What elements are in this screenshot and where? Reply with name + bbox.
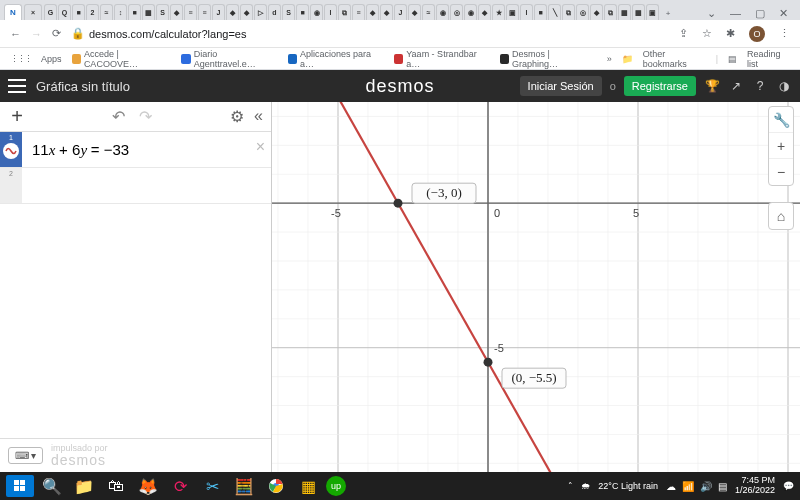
keyboard-toggle[interactable]: ⌨ ▾ <box>8 447 43 464</box>
window-close-icon[interactable]: ✕ <box>779 7 788 20</box>
expression-color-tab[interactable]: 1 <box>0 132 22 167</box>
task-upwork[interactable]: up <box>326 476 346 496</box>
browser-tab[interactable]: ▷ <box>254 4 267 20</box>
browser-tab[interactable]: ◆ <box>590 4 603 20</box>
browser-tab[interactable]: l <box>520 4 533 20</box>
browser-tab[interactable]: ▣ <box>646 4 659 20</box>
browser-tab[interactable]: ■ <box>72 4 85 20</box>
apps-grid-icon[interactable]: ⋮⋮⋮ <box>10 54 31 64</box>
accessibility-icon[interactable]: ◑ <box>776 78 792 94</box>
browser-tab[interactable]: ◉ <box>436 4 449 20</box>
tray-lang-icon[interactable]: ▤ <box>718 481 727 492</box>
task-screenshot[interactable]: ✂ <box>198 475 226 497</box>
home-icon[interactable]: ⌂ <box>769 203 793 229</box>
browser-tab[interactable]: ⧉ <box>338 4 351 20</box>
expression-input[interactable]: 11x + 6y = −33 <box>22 135 139 165</box>
tray-wifi-icon[interactable]: 📶 <box>682 481 694 492</box>
browser-tab[interactable]: ⧉ <box>562 4 575 20</box>
task-search[interactable]: 🔍 <box>38 475 66 497</box>
browser-tab[interactable]: ★ <box>492 4 505 20</box>
browser-tab[interactable]: ⧉ <box>604 4 617 20</box>
bookmark-star-icon[interactable]: ☆ <box>702 27 712 40</box>
browser-tab[interactable]: ◆ <box>226 4 239 20</box>
browser-tab[interactable]: J <box>394 4 407 20</box>
browser-tab[interactable]: S <box>156 4 169 20</box>
menu-icon[interactable] <box>8 79 26 93</box>
browser-tab[interactable]: × <box>24 4 42 20</box>
window-dropdown-icon[interactable]: ⌄ <box>707 7 716 20</box>
zoom-in-icon[interactable]: + <box>769 133 793 159</box>
task-app[interactable]: ⟳ <box>166 475 194 497</box>
browser-tab[interactable]: Q <box>58 4 71 20</box>
browser-tab[interactable]: ■ <box>128 4 141 20</box>
graph-title[interactable]: Gráfica sin título <box>36 79 130 94</box>
notifications-icon[interactable]: 💬 <box>783 481 794 491</box>
bookmark-item[interactable]: Yaam - Strandbar a… <box>394 49 488 69</box>
browser-tab[interactable]: ≈ <box>422 4 435 20</box>
browser-tab[interactable]: ◆ <box>380 4 393 20</box>
redo-icon[interactable]: ↷ <box>139 107 152 126</box>
browser-tab[interactable]: S <box>282 4 295 20</box>
trophy-icon[interactable]: 🏆 <box>704 78 720 94</box>
task-explorer[interactable]: 📁 <box>70 475 98 497</box>
weather-text[interactable]: 22°C Light rain <box>598 481 658 491</box>
browser-tab[interactable]: ◉ <box>310 4 323 20</box>
collapse-sidebar-icon[interactable]: « <box>254 107 263 126</box>
undo-icon[interactable]: ↶ <box>112 107 125 126</box>
browser-tab[interactable]: d <box>268 4 281 20</box>
nav-reload-icon[interactable]: ⟳ <box>52 27 61 40</box>
taskbar-chevron-icon[interactable]: ˄ <box>568 481 573 491</box>
other-bookmarks[interactable]: Other bookmarks <box>643 49 706 69</box>
browser-tab[interactable]: ≈ <box>100 4 113 20</box>
nav-back-icon[interactable]: ← <box>10 28 21 40</box>
register-button[interactable]: Registrarse <box>624 76 696 96</box>
expression-row[interactable]: 1 11x + 6y = −33 × <box>0 132 271 168</box>
task-chrome[interactable] <box>262 475 290 497</box>
browser-tab[interactable]: ↕ <box>114 4 127 20</box>
browser-tab[interactable]: l <box>324 4 337 20</box>
task-app2[interactable]: ▦ <box>294 475 322 497</box>
extension-icon[interactable]: ✱ <box>726 27 735 40</box>
browser-tab[interactable]: ◉ <box>464 4 477 20</box>
new-tab-button[interactable]: + <box>661 6 675 20</box>
share-graph-icon[interactable]: ↗ <box>728 78 744 94</box>
window-maximize-icon[interactable]: ▢ <box>755 7 765 20</box>
help-icon[interactable]: ? <box>752 78 768 94</box>
zoom-out-icon[interactable]: − <box>769 159 793 185</box>
browser-tab[interactable]: G <box>44 4 57 20</box>
reading-list[interactable]: Reading list <box>747 49 790 69</box>
browser-tab[interactable]: ▦ <box>142 4 155 20</box>
start-button[interactable] <box>6 475 34 497</box>
browser-tab-active[interactable]: N <box>4 4 22 20</box>
browser-tab[interactable]: ◆ <box>366 4 379 20</box>
tray-volume-icon[interactable]: 🔊 <box>700 481 712 492</box>
browser-tab[interactable]: ◆ <box>170 4 183 20</box>
browser-tab[interactable]: 2 <box>86 4 99 20</box>
url-field[interactable]: 🔒 desmos.com/calculator?lang=es <box>71 27 246 40</box>
apps-label[interactable]: Apps <box>41 54 62 64</box>
browser-tab[interactable]: ≡ <box>352 4 365 20</box>
tray-cloud-icon[interactable]: ☁ <box>666 481 676 492</box>
expression-row-empty[interactable]: 2 <box>0 168 271 204</box>
browser-tab[interactable]: ◎ <box>576 4 589 20</box>
taskbar-clock[interactable]: 7:45 PM 1/26/2022 <box>735 476 775 496</box>
browser-tab[interactable]: ■ <box>296 4 309 20</box>
browser-tab[interactable]: ◎ <box>450 4 463 20</box>
login-button[interactable]: Iniciar Sesión <box>520 76 602 96</box>
browser-tab[interactable]: ▣ <box>506 4 519 20</box>
add-expression-button[interactable]: + <box>0 105 34 128</box>
bookmark-item[interactable]: Desmos | Graphing… <box>500 49 593 69</box>
browser-tab[interactable]: ■ <box>534 4 547 20</box>
bookmarks-overflow-icon[interactable]: » <box>607 54 612 64</box>
browser-tab[interactable]: ◆ <box>240 4 253 20</box>
browser-tab[interactable]: ◆ <box>478 4 491 20</box>
bookmark-item[interactable]: Aplicaciones para a… <box>288 49 382 69</box>
graph-canvas[interactable]: -50510-5(−3, 0)(0, −5.5) 🔧 + − ⌂ <box>272 102 800 472</box>
bookmark-item[interactable]: Diario Agenttravel.e… <box>181 49 275 69</box>
browser-tab[interactable]: ≡ <box>198 4 211 20</box>
task-firefox[interactable]: 🦊 <box>134 475 162 497</box>
task-calculator[interactable]: 🧮 <box>230 475 258 497</box>
wrench-icon[interactable]: 🔧 <box>769 107 793 133</box>
delete-expression-icon[interactable]: × <box>256 138 265 156</box>
browser-tab[interactable]: ▦ <box>618 4 631 20</box>
